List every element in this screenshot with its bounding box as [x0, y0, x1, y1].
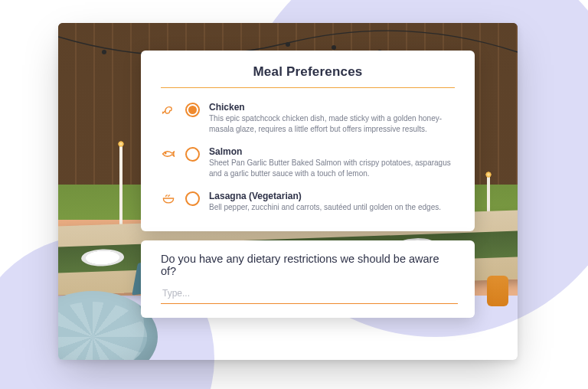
canvas: Meal Preferences Chicken This epic spatc… [0, 0, 588, 389]
bowl-icon [161, 191, 176, 206]
card-title: Meal Preferences [161, 64, 455, 80]
fish-icon [161, 146, 176, 162]
meal-option-salmon[interactable]: Salmon Sheet Pan Garlic Butter Baked Sal… [161, 142, 455, 186]
meal-name: Chicken [209, 102, 455, 113]
dietary-question: Do you have any dietary restrictions we … [161, 253, 455, 277]
meal-desc: Sheet Pan Garlic Butter Baked Salmon wit… [209, 158, 455, 178]
meal-preferences-card: Meal Preferences Chicken This epic spatc… [141, 51, 475, 231]
dietary-card: Do you have any dietary restrictions we … [141, 240, 475, 318]
meal-option-lasagna[interactable]: Lasagna (Vegetarian) Bell pepper, zucchi… [161, 186, 455, 221]
meal-desc: Bell pepper, zucchini and carrots, sauté… [209, 202, 455, 213]
svg-point-9 [165, 153, 166, 154]
decorative-glass [487, 276, 508, 306]
meal-radio-chicken[interactable] [185, 103, 200, 117]
meal-option-chicken[interactable]: Chicken This epic spatchcock chicken dis… [161, 97, 455, 142]
dietary-input[interactable] [161, 285, 458, 304]
meal-desc: This epic spatchcock chicken dish, made … [209, 113, 455, 134]
meal-name: Lasagna (Vegetarian) [209, 191, 455, 201]
divider [161, 87, 455, 88]
meal-radio-salmon[interactable] [185, 147, 200, 162]
app-frame: Meal Preferences Chicken This epic spatc… [58, 23, 518, 360]
meal-name: Salmon [209, 146, 455, 157]
decorative-candle [119, 145, 122, 230]
meal-radio-lasagna[interactable] [185, 191, 200, 206]
chicken-icon [161, 102, 176, 117]
